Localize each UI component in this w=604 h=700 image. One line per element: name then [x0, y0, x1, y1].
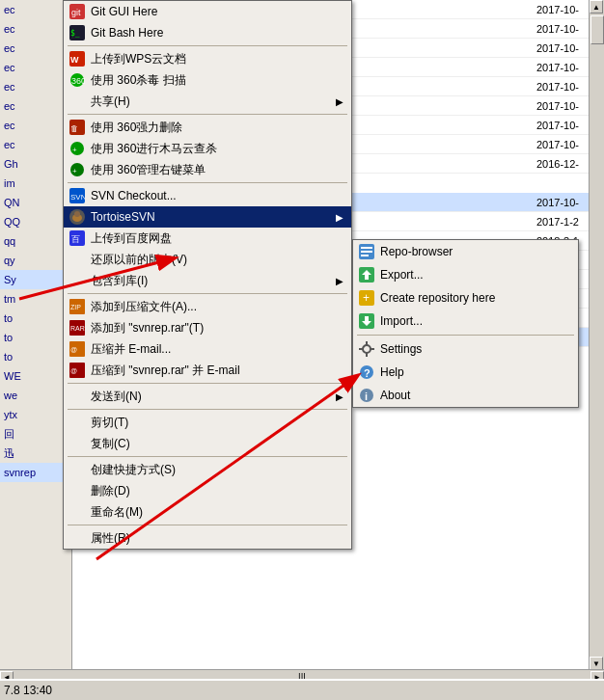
sendto-icon: [68, 387, 87, 406]
svg-text:🗑: 🗑: [70, 124, 78, 133]
menu-item-shortcut[interactable]: 创建快捷方式(S): [64, 459, 351, 480]
rar-icon: RAR: [68, 318, 87, 337]
submenu-item-export[interactable]: Export...: [353, 263, 578, 286]
menu-item-zip-email2[interactable]: @ 压缩到 "svnrep.rar" 并 E-mail: [64, 360, 351, 381]
svg-text:+: +: [363, 291, 370, 305]
sidebar-item: to: [0, 309, 71, 328]
sidebar-item: ec: [0, 19, 71, 39]
properties-icon: [68, 528, 87, 548]
menu-item-label: 删除(D): [91, 483, 343, 499]
menu-item-properties[interactable]: 属性(R): [64, 527, 351, 549]
submenu-item-label: Export...: [380, 268, 570, 282]
menu-item-label: 使用 360进行木马云查杀: [91, 141, 343, 157]
svg-point-39: [363, 345, 371, 353]
menu-item-label: 使用 360强力删除: [91, 120, 343, 136]
svg-text:ZIP: ZIP: [70, 304, 81, 310]
svg-rect-32: [361, 255, 369, 256]
git-gui-icon: git: [68, 2, 87, 21]
menu-item-rename[interactable]: 重命名(M): [64, 501, 351, 523]
submenu-item-import[interactable]: Import...: [353, 310, 578, 333]
svg-rect-40: [366, 341, 368, 345]
menu-item-label: 属性(R): [91, 530, 343, 547]
svg-rect-41: [366, 353, 368, 357]
status-text: 7.8 13:40: [4, 684, 52, 697]
submenu-item-label: Create repository here: [380, 291, 570, 305]
menu-separator: [68, 293, 347, 294]
submenu-item-about[interactable]: i About: [353, 384, 578, 407]
submenu-arrow: ▶: [336, 276, 343, 286]
menu-item-label: 包含到库(I): [91, 273, 332, 289]
menu-item-git-bash[interactable]: $_ Git Bash Here: [64, 22, 351, 43]
menu-item-sendto[interactable]: 发送到(N) ▶: [64, 386, 351, 407]
svg-text:SVN: SVN: [70, 193, 85, 202]
include-icon: [68, 271, 87, 290]
menu-item-git-gui[interactable]: git Git GUI Here: [64, 1, 351, 22]
zip-email2-icon: @: [68, 361, 87, 380]
submenu-arrow: ▶: [336, 391, 343, 402]
sidebar-item: ec: [0, 116, 71, 135]
menu-item-svn-checkout[interactable]: SVN SVN Checkout...: [64, 185, 351, 206]
sidebar-item: Gh: [0, 154, 71, 174]
menu-item-label: 上传到百度网盘: [91, 230, 343, 247]
submenu-item-label: Import...: [380, 314, 570, 328]
svg-rect-31: [361, 251, 372, 253]
sidebar-item: tm: [0, 289, 71, 309]
menu-item-label: 复制(C): [91, 436, 343, 452]
sidebar-item: Sy: [0, 270, 71, 289]
menu-item-add-rar[interactable]: RAR 添加到 "svnrep.rar"(T): [64, 317, 351, 338]
menu-item-label: 剪切(T): [91, 415, 343, 431]
cut-icon: [68, 413, 87, 432]
menu-item-cut[interactable]: 剪切(T): [64, 412, 351, 433]
menu-separator: [68, 409, 347, 410]
tortoise-svn-icon: [68, 207, 87, 227]
sidebar-item: to: [0, 347, 71, 366]
svg-text:@: @: [70, 346, 77, 353]
submenu-item-label: Help: [380, 365, 570, 379]
menu-item-delete[interactable]: 删除(D): [64, 480, 351, 501]
submenu-item-help[interactable]: ? Help: [353, 361, 578, 384]
sidebar-item: to: [0, 328, 71, 347]
menu-item-label: 共享(H): [91, 94, 332, 110]
menu-item-revert[interactable]: 还原以前的版本(V): [64, 249, 351, 270]
menu-item-label: Git Bash Here: [91, 26, 343, 40]
status-bar: 7.8 13:40: [0, 679, 604, 700]
menu-item-360-manage[interactable]: + 使用 360管理右键菜单: [64, 159, 351, 180]
import-icon: [357, 311, 376, 331]
svg-rect-42: [359, 348, 363, 350]
svg-text:i: i: [365, 390, 368, 402]
revert-icon: [68, 250, 87, 269]
submenu-item-repo-browser[interactable]: Repo-browser: [353, 240, 578, 263]
menu-item-tortoise-svn[interactable]: TortoiseSVN ▶: [64, 206, 351, 228]
menu-item-wps[interactable]: W 上传到WPS云文档: [64, 48, 351, 69]
menu-item-copy[interactable]: 复制(C): [64, 433, 351, 454]
sidebar-item: ec: [0, 39, 71, 58]
submenu-item-settings[interactable]: Settings: [353, 337, 578, 361]
menu-item-label: 发送到(N): [91, 389, 332, 405]
menu-item-include[interactable]: 包含到库(I) ▶: [64, 270, 351, 291]
vertical-scrollbar[interactable]: ▲ ▼: [589, 0, 604, 670]
submenu-item-create-repo[interactable]: + Create repository here: [353, 286, 578, 310]
svg-text:git: git: [71, 8, 81, 17]
submenu-item-label: About: [380, 389, 570, 402]
svn-icon: SVN: [68, 186, 87, 205]
delete-icon: [68, 481, 87, 500]
menu-item-360-trojan[interactable]: + 使用 360进行木马云查杀: [64, 138, 351, 159]
about-icon: i: [357, 386, 376, 405]
360-trojan-icon: +: [68, 139, 87, 158]
tortoise-svn-submenu: Repo-browser Export... + Create reposito…: [352, 239, 579, 408]
repo-browser-icon: [357, 242, 376, 261]
menu-item-zip-email[interactable]: @ 压缩并 E-mail...: [64, 338, 351, 360]
help-icon: ?: [357, 363, 376, 382]
menu-item-360-scan[interactable]: 360 使用 360杀毒 扫描: [64, 69, 351, 91]
menu-item-add-zip[interactable]: ZIP 添加到压缩文件(A)...: [64, 296, 351, 317]
menu-item-360-delete[interactable]: 🗑 使用 360强力删除: [64, 117, 351, 138]
menu-separator: [68, 182, 347, 183]
submenu-arrow: ▶: [336, 96, 343, 107]
sidebar-item: qy: [0, 251, 71, 270]
360-scan-icon: 360: [68, 70, 87, 90]
baidu-icon: 百: [68, 229, 87, 248]
menu-item-baidu[interactable]: 百 上传到百度网盘: [64, 228, 351, 249]
menu-item-share[interactable]: 共享(H) ▶: [64, 91, 351, 112]
menu-item-label: 使用 360杀毒 扫描: [91, 72, 343, 89]
submenu-separator: [357, 335, 574, 336]
